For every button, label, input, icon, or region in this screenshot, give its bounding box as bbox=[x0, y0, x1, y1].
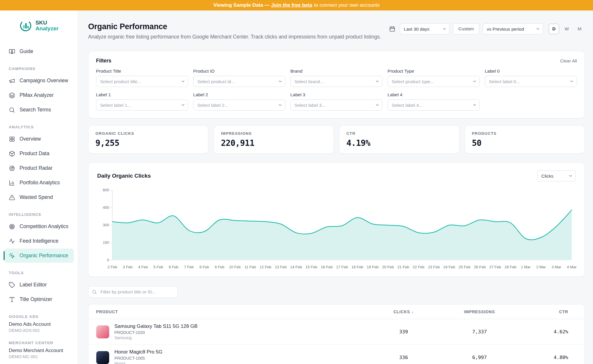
sidebar-item-wasted-spend[interactable]: Wasted Spend bbox=[4, 190, 74, 204]
sidebar-item-label: Guide bbox=[20, 48, 33, 55]
col-header-ctr[interactable]: CTR bbox=[520, 309, 585, 314]
clear-all-button[interactable]: Clear All bbox=[560, 58, 577, 64]
product-id: PRODUCT-1005 bbox=[114, 356, 162, 360]
filter-label: Product ID bbox=[193, 69, 285, 74]
stat-label: PRODUCTS bbox=[472, 131, 578, 136]
type-icon bbox=[9, 296, 15, 303]
sidebar-item-pmax-analyzer[interactable]: PMax Analyzer bbox=[4, 88, 74, 102]
table-row[interactable]: Samsung Galaxy Tab S11 5G 128 GB PRODUCT… bbox=[88, 319, 585, 345]
chart-metric-select[interactable]: Clicks bbox=[537, 170, 576, 181]
section-analytics: ANALYTICS bbox=[9, 125, 69, 129]
filter-select-label-3[interactable]: Select label 3... bbox=[290, 99, 383, 111]
product-id: PRODUCT-1020 bbox=[114, 330, 198, 335]
sidebar-item-label: Search Terms bbox=[20, 107, 51, 113]
merchant-account-name[interactable]: Demo Merchant Account bbox=[9, 348, 69, 354]
custom-range-button[interactable]: Custom bbox=[453, 23, 479, 34]
logo-wordmark: SKU Analyzer bbox=[35, 20, 58, 32]
filter-label: Product Type bbox=[388, 69, 480, 74]
product-thumbnail bbox=[96, 351, 109, 364]
filter-field: Product TitleSelect product title... bbox=[96, 69, 188, 87]
layers-icon bbox=[9, 92, 15, 99]
filter-grid: Product TitleSelect product title...Prod… bbox=[96, 69, 577, 111]
banner-suffix: to connect your own accounts bbox=[314, 2, 380, 8]
granularity-month-button[interactable]: M bbox=[574, 24, 585, 34]
sidebar-item-organic-performance[interactable]: Organic Performance bbox=[4, 249, 74, 263]
svg-text:21 Feb: 21 Feb bbox=[397, 265, 409, 269]
granularity-week-button[interactable]: W bbox=[561, 24, 572, 34]
svg-text:9 Feb: 9 Feb bbox=[215, 265, 224, 269]
table-row[interactable]: Honor Magic8 Pro 5G PRODUCT-1005 Honor 3… bbox=[88, 345, 585, 364]
col-header-product[interactable]: PRODUCT bbox=[88, 309, 369, 314]
stat-products: PRODUCTS 50 bbox=[465, 125, 585, 154]
filter-field: Label 0Select label 0... bbox=[485, 69, 577, 87]
section-google-ads: GOOGLE ADS bbox=[9, 314, 69, 319]
sidebar-item-label-editor[interactable]: Label Editor bbox=[4, 278, 74, 292]
compare-period-select[interactable]: vs Previous period bbox=[483, 23, 543, 34]
sidebar-item-overview[interactable]: Overview bbox=[4, 132, 74, 146]
calendar-icon bbox=[389, 26, 395, 32]
product-brand: Honor bbox=[114, 361, 162, 364]
filter-field: Product IDSelect product id... bbox=[193, 69, 285, 87]
organic-clicks-area-chart: 01503004506002 Feb3 Feb4 Feb5 Feb6 Feb7 … bbox=[97, 187, 576, 272]
svg-text:150: 150 bbox=[103, 240, 109, 245]
granularity-day-button[interactable]: D bbox=[549, 24, 559, 34]
sidebar-item-portfolio-analytics[interactable]: Portfolio Analytics bbox=[4, 176, 74, 190]
filter-select-product-id[interactable]: Select product id... bbox=[193, 76, 285, 87]
stat-ctr: CTR 4.19% bbox=[339, 125, 459, 154]
table-header-row: PRODUCT CLICKS ↓ IMPRESSIONS CTR bbox=[88, 304, 585, 319]
product-filter-input[interactable] bbox=[88, 286, 178, 298]
date-controls: Last 30 days Custom vs Previous period D… bbox=[388, 23, 585, 34]
filter-select-label-4[interactable]: Select label 4... bbox=[388, 99, 480, 111]
sidebar-item-label: PMax Analyzer bbox=[20, 92, 54, 98]
filter-select-product-type[interactable]: Select product type... bbox=[388, 76, 480, 87]
filter-select-label-2[interactable]: Select label 2... bbox=[193, 99, 285, 111]
page-subtitle: Analyze organic free listing performance… bbox=[88, 34, 381, 40]
stat-value: 9,255 bbox=[95, 138, 201, 148]
activity-icon bbox=[9, 238, 15, 244]
filter-select-product-title[interactable]: Select product title... bbox=[96, 76, 188, 87]
sidebar-item-product-data[interactable]: Product Data bbox=[4, 146, 74, 161]
sidebar-item-label: Overview bbox=[20, 136, 41, 142]
ads-account-name[interactable]: Demo Ads Account bbox=[9, 321, 69, 327]
section-campaigns: CAMPAIGNS bbox=[9, 66, 69, 71]
sidebar-item-product-radar[interactable]: Product Radar bbox=[4, 161, 74, 175]
filter-select-label-1[interactable]: Select label 1... bbox=[96, 99, 188, 111]
stat-label: IMPRESSIONS bbox=[221, 131, 327, 136]
col-header-impressions[interactable]: IMPRESSIONS bbox=[439, 309, 520, 314]
stat-value: 4.19% bbox=[346, 138, 452, 148]
svg-text:22 Feb: 22 Feb bbox=[413, 265, 424, 269]
ctr-value: 4.80% bbox=[520, 355, 585, 360]
search-icon bbox=[9, 107, 15, 113]
page-title: Organic Performance bbox=[88, 22, 381, 31]
filter-field: Product TypeSelect product type... bbox=[388, 69, 480, 87]
sidebar-item-guide[interactable]: Guide bbox=[4, 44, 74, 59]
filter-field: BrandSelect brand... bbox=[290, 69, 383, 87]
megaphone-icon bbox=[9, 78, 15, 84]
filters-panel: Filters Clear All Product TitleSelect pr… bbox=[88, 51, 585, 118]
bar-chart-icon bbox=[9, 180, 15, 186]
product-title: Honor Magic8 Pro 5G bbox=[114, 349, 162, 355]
stat-impressions: IMPRESSIONS 220,911 bbox=[214, 125, 334, 154]
filter-select-brand[interactable]: Select brand... bbox=[290, 76, 383, 87]
sidebar-item-competition-analytics[interactable]: Competition Analytics bbox=[4, 219, 74, 234]
calendar-button[interactable] bbox=[388, 24, 397, 33]
products-table: PRODUCT CLICKS ↓ IMPRESSIONS CTR Samsung… bbox=[88, 304, 585, 364]
sidebar-item-search-terms[interactable]: Search Terms bbox=[4, 103, 74, 117]
date-range-select[interactable]: Last 30 days bbox=[400, 23, 450, 34]
svg-text:300: 300 bbox=[103, 223, 109, 227]
impressions-value: 7,337 bbox=[439, 329, 520, 335]
join-beta-link[interactable]: Join the free beta bbox=[271, 2, 312, 8]
sidebar-item-title-optimizer[interactable]: Title Optimizer bbox=[4, 292, 74, 307]
svg-text:16 Feb: 16 Feb bbox=[321, 265, 332, 269]
sidebar-item-campaigns-overview[interactable]: Campaigns Overview bbox=[4, 74, 74, 88]
radar-icon bbox=[9, 165, 15, 172]
app-logo[interactable]: SKU Analyzer bbox=[0, 10, 78, 32]
sidebar-item-feed-intelligence[interactable]: Feed Intelligence bbox=[4, 234, 74, 248]
impressions-value: 6,997 bbox=[439, 355, 520, 360]
pointer-click-icon bbox=[9, 253, 15, 259]
svg-text:450: 450 bbox=[103, 205, 109, 210]
filter-select-label-0[interactable]: Select label 0... bbox=[485, 76, 577, 87]
svg-text:25 Feb: 25 Feb bbox=[459, 265, 470, 269]
col-header-clicks[interactable]: CLICKS ↓ bbox=[369, 309, 439, 314]
clicks-value: 336 bbox=[369, 355, 439, 360]
